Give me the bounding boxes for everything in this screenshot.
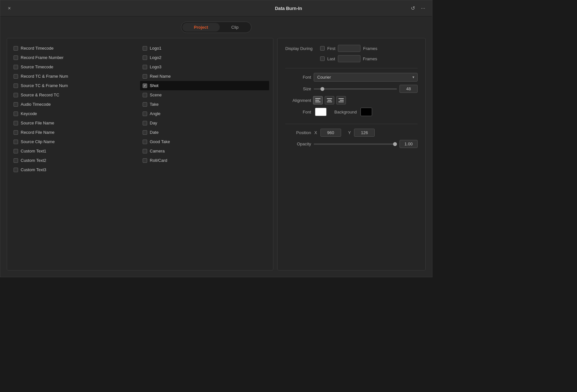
check-item-logo3[interactable]: Logo3 [140, 62, 269, 72]
close-button[interactable]: × [5, 5, 13, 12]
checkbox-scene [143, 93, 147, 97]
opacity-input[interactable] [400, 140, 418, 148]
check-label-take: Take [150, 102, 158, 107]
check-item-custom-text1[interactable]: Custom Text1 [11, 146, 140, 156]
main-area: Record TimecodeRecord Frame NumberSource… [7, 38, 426, 270]
checkbox-keycode [14, 112, 18, 116]
check-label-good-take: Good Take [150, 139, 170, 144]
check-item-custom-text2[interactable]: Custom Text2 [11, 156, 140, 165]
check-item-source-tc-frame-num[interactable]: Source TC & Frame Num [11, 81, 140, 90]
font-row: Font CourierArialHelveticaTimes New Roma… [285, 73, 418, 82]
checkbox-audio-timecode [14, 102, 18, 107]
check-label-record-file-name: Record File Name [21, 130, 55, 135]
align-center-button[interactable] [325, 96, 334, 104]
last-label: Last [327, 56, 335, 61]
opacity-row: Opacity [285, 140, 418, 148]
check-label-logo2: Logo2 [150, 55, 161, 60]
titlebar-right: ↺ ··· [409, 5, 427, 12]
check-item-reel-name[interactable]: Reel Name [140, 72, 269, 81]
check-label-custom-text3: Custom Text3 [21, 167, 46, 172]
titlebar: × Data Burn-In ↺ ··· [0, 0, 432, 16]
check-item-source-clip-name[interactable]: Source Clip Name [11, 137, 140, 146]
first-frames-input[interactable] [338, 45, 360, 52]
frames-label-1: Frames [363, 46, 377, 51]
svg-rect-7 [340, 100, 344, 101]
check-item-take[interactable]: Take [140, 100, 269, 109]
checkbox-camera [143, 149, 147, 153]
check-item-scene[interactable]: Scene [140, 90, 269, 100]
more-button[interactable]: ··· [419, 5, 427, 12]
content-area: Project Clip Record TimecodeRecord Frame… [0, 16, 432, 277]
font-select[interactable]: CourierArialHelveticaTimes New RomanVerd… [314, 73, 418, 82]
check-item-source-timecode[interactable]: Source Timecode [11, 62, 140, 72]
display-during-section: Display During First Frames Last Frames [285, 45, 418, 62]
check-label-scene: Scene [150, 93, 162, 97]
position-y-input[interactable] [354, 129, 375, 137]
check-label-roll-card: Roll/Card [150, 158, 167, 163]
font-select-wrapper: CourierArialHelveticaTimes New RomanVerd… [314, 73, 418, 82]
font-color-row: Font Background [285, 108, 418, 116]
check-label-logo3: Logo3 [150, 64, 161, 69]
checkbox-reel-name [143, 74, 147, 79]
check-item-camera[interactable]: Camera [140, 146, 269, 156]
main-window: × Data Burn-In ↺ ··· Project Clip Record… [0, 0, 432, 277]
check-item-day[interactable]: Day [140, 118, 269, 128]
check-item-roll-card[interactable]: Roll/Card [140, 156, 269, 165]
size-slider[interactable] [314, 88, 397, 90]
check-item-custom-text3[interactable]: Custom Text3 [11, 165, 140, 174]
size-label: Size [285, 86, 311, 91]
check-item-record-timecode[interactable]: Record Timecode [11, 44, 140, 53]
tabs-row: Project Clip [7, 22, 426, 33]
checklist: Record TimecodeRecord Frame NumberSource… [11, 44, 269, 174]
check-item-record-file-name[interactable]: Record File Name [11, 128, 140, 137]
window-title: Data Burn-In [275, 6, 302, 11]
y-label: Y [348, 130, 351, 135]
check-label-date: Date [150, 130, 158, 135]
first-frames-checkbox[interactable] [320, 46, 325, 51]
check-item-source-file-name[interactable]: Source File Name [11, 118, 140, 128]
background-color-swatch[interactable] [360, 108, 372, 116]
background-label: Background [334, 110, 357, 114]
opacity-slider[interactable] [314, 143, 397, 145]
checkbox-source-timecode [14, 65, 18, 69]
check-item-angle[interactable]: Angle [140, 109, 269, 118]
check-label-keycode: Keycode [21, 111, 37, 116]
opacity-slider-thumb[interactable] [393, 142, 397, 146]
reset-button[interactable]: ↺ [409, 5, 417, 12]
check-label-record-tc-frame-num: Record TC & Frame Num [21, 74, 68, 79]
check-item-logo1[interactable]: Logo1 [140, 44, 269, 53]
checkbox-custom-text2 [14, 158, 18, 163]
check-item-keycode[interactable]: Keycode [11, 109, 140, 118]
check-item-date[interactable]: Date [140, 128, 269, 137]
position-label: Position [285, 130, 311, 135]
check-label-day: Day [150, 121, 157, 125]
tab-clip[interactable]: Clip [220, 23, 250, 32]
checkbox-take [143, 102, 147, 107]
check-item-record-tc-frame-num[interactable]: Record TC & Frame Num [11, 72, 140, 81]
check-label-custom-text1: Custom Text1 [21, 149, 46, 153]
checkbox-logo2 [143, 55, 147, 60]
alignment-row: Alignment [285, 96, 418, 104]
tabs-container: Project Clip [181, 22, 251, 33]
check-item-audio-timecode[interactable]: Audio Timecode [11, 100, 140, 109]
check-label-source-tc-frame-num: Source TC & Frame Num [21, 83, 68, 88]
checkbox-shot: ✓ [143, 83, 147, 88]
check-item-source-record-tc[interactable]: Source & Record TC [11, 90, 140, 100]
divider-1 [285, 68, 418, 68]
align-right-button[interactable] [336, 96, 346, 104]
check-item-good-take[interactable]: Good Take [140, 137, 269, 146]
check-item-logo2[interactable]: Logo2 [140, 53, 269, 62]
size-slider-thumb[interactable] [320, 87, 324, 91]
checkbox-record-timecode [14, 46, 18, 51]
last-frames-input[interactable] [338, 55, 360, 62]
tab-project[interactable]: Project [182, 23, 220, 32]
last-frames-checkbox[interactable] [320, 56, 325, 61]
display-during-last-row: Last Frames [285, 55, 418, 62]
check-item-shot[interactable]: ✓Shot [140, 81, 269, 90]
font-color-swatch[interactable] [315, 108, 327, 116]
position-x-input[interactable] [320, 129, 341, 137]
position-row: Position X Y [285, 129, 418, 137]
check-item-record-frame-number[interactable]: Record Frame Number [11, 53, 140, 62]
size-input[interactable] [400, 85, 418, 93]
align-left-button[interactable] [313, 96, 323, 104]
